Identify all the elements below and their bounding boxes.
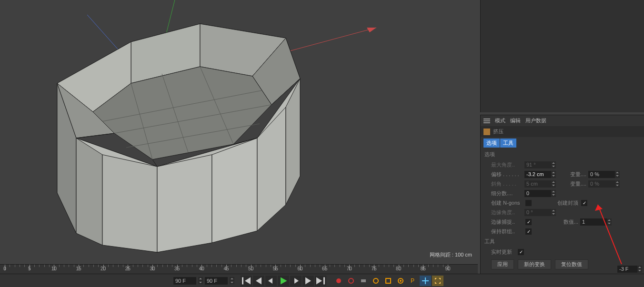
tick-label: 5 bbox=[28, 266, 31, 271]
viewport-content bbox=[0, 0, 478, 264]
checkbox-keep-groups[interactable] bbox=[525, 228, 532, 235]
tool-title-row: 挤压 bbox=[481, 126, 644, 137]
scale-key-button[interactable] bbox=[382, 276, 394, 286]
label-max-angle: 最大角度.. bbox=[491, 161, 523, 168]
row-realtime: 实时更新 bbox=[481, 247, 644, 257]
input-count[interactable] bbox=[580, 218, 607, 226]
hamburger-icon[interactable] bbox=[483, 119, 490, 123]
tick-label: 60 bbox=[297, 266, 302, 271]
spinner-current-frame[interactable] bbox=[637, 266, 642, 273]
tab-tool[interactable]: 工具 bbox=[500, 139, 516, 148]
label-bevel-var: 变量.... bbox=[563, 180, 586, 188]
frame-start-input[interactable] bbox=[173, 277, 196, 285]
tick-label: 65 bbox=[322, 266, 327, 271]
tick-label: 40 bbox=[199, 266, 204, 271]
move-tool-button[interactable] bbox=[420, 276, 431, 286]
label-keep-groups: 保持群组.. bbox=[491, 228, 523, 235]
input-max-angle[interactable] bbox=[524, 161, 551, 168]
row-edge-snap: 边缘捕捉.. 数值... bbox=[481, 217, 644, 227]
next-key-button[interactable] bbox=[302, 276, 314, 286]
svg-marker-8 bbox=[102, 155, 157, 252]
object-manager-panel[interactable] bbox=[480, 0, 644, 112]
svg-point-41 bbox=[349, 278, 353, 283]
tick-label: 80 bbox=[396, 266, 401, 271]
input-bevel[interactable] bbox=[524, 180, 551, 188]
row-keep-groups: 保持群组.. bbox=[481, 227, 644, 236]
svg-marker-38 bbox=[316, 277, 322, 284]
prev-key-button[interactable] bbox=[253, 276, 264, 286]
autokey-button[interactable] bbox=[345, 276, 357, 286]
tick-label: 35 bbox=[174, 266, 180, 271]
playback-bar: P bbox=[0, 274, 644, 287]
row-subdiv: 细分数.... bbox=[481, 188, 644, 198]
spinner-max-angle[interactable] bbox=[551, 161, 556, 168]
spinner-offset[interactable] bbox=[551, 171, 556, 178]
timeline-ruler[interactable]: 051015202530354045505560657075808590 bbox=[0, 265, 478, 274]
menu-edit[interactable]: 编辑 bbox=[510, 117, 521, 124]
spinner-edge-angle[interactable] bbox=[551, 209, 556, 216]
goto-end-button[interactable] bbox=[315, 276, 326, 286]
tick-label: 50 bbox=[248, 266, 253, 271]
svg-marker-10 bbox=[212, 138, 257, 243]
tick-label: 90 bbox=[445, 266, 450, 271]
input-current-frame[interactable] bbox=[617, 266, 637, 273]
input-offset[interactable] bbox=[524, 171, 551, 178]
spinner-count[interactable] bbox=[607, 218, 612, 226]
checkbox-edge-snap[interactable] bbox=[525, 219, 532, 225]
checkbox-realtime[interactable] bbox=[518, 249, 524, 255]
svg-marker-1 bbox=[367, 28, 376, 32]
label-edge-snap: 边缘捕捉.. bbox=[491, 218, 523, 226]
svg-point-40 bbox=[336, 278, 341, 283]
reset-button[interactable]: 复位数值 bbox=[555, 259, 588, 269]
expand-button[interactable] bbox=[432, 276, 443, 286]
tick-label: 75 bbox=[371, 266, 376, 271]
spinner-bevel-var[interactable] bbox=[615, 180, 620, 188]
tab-options[interactable]: 选项 bbox=[483, 139, 500, 148]
frame-end-input[interactable] bbox=[205, 277, 228, 285]
viewport-3d[interactable]: 网格间距 : 100 cm bbox=[0, 0, 478, 264]
checkbox-ngons[interactable] bbox=[525, 200, 532, 206]
record-button[interactable] bbox=[333, 276, 344, 286]
menu-user-data[interactable]: 用户数据 bbox=[525, 117, 546, 124]
svg-rect-44 bbox=[386, 278, 391, 283]
input-edge-angle[interactable] bbox=[524, 209, 551, 216]
new-transform-button[interactable]: 新的变换 bbox=[518, 259, 551, 269]
svg-marker-36 bbox=[294, 278, 299, 284]
svg-marker-49 bbox=[439, 278, 441, 280]
label-count: 数值... bbox=[538, 218, 578, 226]
input-bevel-var[interactable] bbox=[588, 180, 615, 188]
param-key-button[interactable]: P bbox=[407, 276, 419, 286]
row-offset: 偏移 . . . . . . 变量.... bbox=[481, 169, 644, 179]
tool-name: 挤压 bbox=[493, 128, 503, 135]
menu-mode[interactable]: 模式 bbox=[495, 117, 505, 124]
spinner-offset-var[interactable] bbox=[615, 171, 620, 178]
tick-label: 20 bbox=[101, 266, 106, 271]
tick-label: 30 bbox=[150, 266, 155, 271]
key-mode-button[interactable] bbox=[358, 276, 369, 286]
prev-frame-button[interactable] bbox=[265, 276, 277, 286]
checkbox-cap[interactable] bbox=[581, 200, 587, 206]
svg-marker-51 bbox=[439, 282, 441, 284]
svg-marker-32 bbox=[245, 277, 251, 284]
input-subdiv[interactable] bbox=[524, 190, 551, 197]
spinner-subdiv[interactable] bbox=[551, 190, 556, 197]
svg-text:P: P bbox=[411, 277, 414, 284]
spinner-bevel[interactable] bbox=[551, 180, 556, 188]
input-offset-var[interactable] bbox=[588, 171, 615, 178]
row-edge-angle: 边缘角度.. bbox=[481, 208, 644, 217]
row-max-angle: 最大角度.. bbox=[481, 160, 644, 169]
extrude-icon bbox=[483, 129, 490, 135]
play-button[interactable] bbox=[278, 276, 289, 286]
tabs: 选项 工具 bbox=[481, 137, 644, 149]
tick-label: 0 bbox=[3, 266, 6, 271]
label-realtime: 实时更新 bbox=[491, 248, 515, 256]
next-frame-button[interactable] bbox=[290, 276, 302, 286]
apply-button[interactable]: 应用 bbox=[491, 259, 514, 269]
pos-key-button[interactable] bbox=[370, 276, 382, 286]
rot-key-button[interactable] bbox=[395, 276, 406, 286]
goto-start-button[interactable] bbox=[241, 276, 252, 286]
spinner-frame-start[interactable] bbox=[198, 277, 203, 284]
svg-marker-34 bbox=[268, 278, 272, 284]
tick-label: 85 bbox=[421, 266, 426, 271]
spinner-frame-end[interactable] bbox=[230, 277, 234, 284]
